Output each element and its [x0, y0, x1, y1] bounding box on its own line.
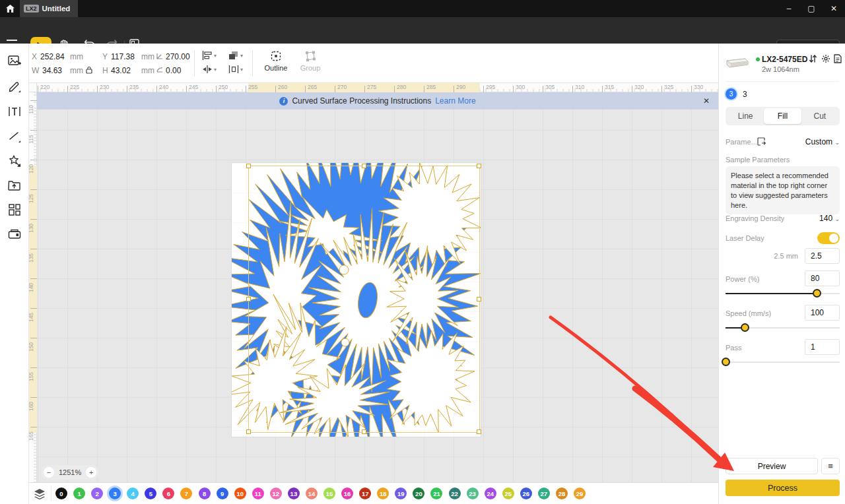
- preview-button[interactable]: Preview: [726, 458, 818, 474]
- w-value[interactable]: 34.63: [42, 66, 62, 75]
- power-input[interactable]: 80: [805, 270, 840, 286]
- layer-color-19[interactable]: 19: [395, 488, 407, 499]
- process-button[interactable]: Process: [726, 480, 840, 496]
- power-slider[interactable]: [726, 289, 840, 298]
- layer-color-10[interactable]: 10: [234, 488, 246, 499]
- arrange-dropdown[interactable]: ▾: [228, 51, 243, 60]
- canvas-viewport[interactable]: i Curved Surface Processing Instructions…: [37, 92, 718, 482]
- layer-color-7[interactable]: 7: [180, 488, 192, 499]
- layer-color-26[interactable]: 26: [520, 488, 532, 499]
- layer-color-13[interactable]: 13: [288, 488, 300, 499]
- pass-slider[interactable]: [726, 358, 840, 367]
- layer-color-29[interactable]: 29: [574, 488, 586, 499]
- close-button[interactable]: ✕: [823, 0, 845, 17]
- tab-line[interactable]: Line: [727, 108, 764, 124]
- magic-shape-button[interactable]: [6, 152, 23, 170]
- document-tab[interactable]: LX2 Untitled: [20, 0, 78, 17]
- pass-input[interactable]: 1: [805, 339, 840, 355]
- selection-handle[interactable]: [362, 164, 366, 168]
- rotation-value[interactable]: 0.00: [166, 66, 181, 75]
- draw-tool-button[interactable]: [6, 78, 23, 95]
- slider-thumb[interactable]: [813, 289, 821, 298]
- center-dropdown[interactable]: ▾: [202, 65, 217, 73]
- h-value[interactable]: 43.02: [111, 66, 131, 75]
- layer-color-11[interactable]: 11: [252, 488, 264, 499]
- selection-handle[interactable]: [362, 429, 366, 434]
- layer-color-6[interactable]: 6: [162, 488, 174, 499]
- ruler-tick-label: 250: [219, 84, 228, 90]
- import-file-button[interactable]: [6, 177, 23, 194]
- folder-upload-icon: [8, 179, 21, 191]
- selection-handle[interactable]: [246, 164, 251, 168]
- distribute-dropdown[interactable]: ▾: [228, 65, 243, 73]
- zoom-in-button[interactable]: +: [86, 467, 96, 478]
- layer-color-17[interactable]: 17: [359, 488, 371, 499]
- laser-delay-toggle[interactable]: [817, 232, 840, 244]
- device-settings-button[interactable]: [821, 54, 830, 65]
- layer-color-25[interactable]: 25: [502, 488, 514, 499]
- tab-fill[interactable]: Fill: [764, 108, 801, 124]
- gallery-button[interactable]: [6, 201, 23, 218]
- speed-slider[interactable]: [726, 323, 840, 332]
- ruler-tick-label: 225: [70, 84, 79, 90]
- layer-color-9[interactable]: 9: [217, 488, 228, 499]
- usb-files-button[interactable]: [6, 226, 23, 243]
- layer-color-12[interactable]: 12: [270, 488, 282, 499]
- switch-device-button[interactable]: [809, 54, 817, 65]
- layer-color-24[interactable]: 24: [485, 488, 496, 499]
- selection-handle[interactable]: [477, 164, 481, 168]
- layer-color-1[interactable]: 1: [73, 488, 85, 499]
- home-button[interactable]: [0, 0, 20, 17]
- device-log-button[interactable]: [834, 54, 842, 65]
- layer-color-23[interactable]: 23: [467, 488, 479, 499]
- angle-value[interactable]: 270.00: [166, 52, 190, 61]
- preview-options-button[interactable]: ≡: [821, 458, 840, 474]
- import-image-button[interactable]: [6, 53, 23, 70]
- speed-input[interactable]: 100: [805, 305, 840, 321]
- layers-button[interactable]: [33, 488, 46, 501]
- learn-more-link[interactable]: Learn More: [435, 96, 475, 106]
- layer-color-18[interactable]: 18: [377, 488, 389, 499]
- layer-color-16[interactable]: 16: [341, 488, 353, 499]
- selection-handle[interactable]: [477, 429, 481, 434]
- x-value[interactable]: 252.84: [40, 52, 65, 61]
- layer-color-15[interactable]: 15: [323, 488, 335, 499]
- engraving-density-dropdown[interactable]: 140 ⌄: [819, 214, 840, 223]
- layer-color-27[interactable]: 27: [538, 488, 550, 499]
- group-button[interactable]: Group: [292, 50, 329, 72]
- layer-color-21[interactable]: 21: [430, 488, 442, 499]
- selection-handle[interactable]: [246, 429, 251, 434]
- slider-thumb[interactable]: [741, 323, 749, 332]
- layer-color-4[interactable]: 4: [127, 488, 139, 499]
- align-dropdown[interactable]: ▾: [202, 51, 217, 60]
- layer-color-28[interactable]: 28: [556, 488, 568, 499]
- shape-tool-button[interactable]: [6, 128, 23, 145]
- notification-close-icon[interactable]: ✕: [701, 96, 712, 106]
- layer-color-5[interactable]: 5: [145, 488, 156, 499]
- outline-button[interactable]: Outline: [257, 50, 294, 72]
- preset-dropdown[interactable]: Custom ⌄: [805, 137, 840, 146]
- tab-cut[interactable]: Cut: [801, 108, 838, 124]
- selection-handle[interactable]: [246, 297, 251, 301]
- device-name[interactable]: LX2-5475ED: [762, 55, 807, 64]
- lock-ratio-icon[interactable]: [86, 66, 92, 76]
- selection-handle[interactable]: [477, 297, 481, 301]
- export-parameters-icon[interactable]: [757, 137, 766, 148]
- selection-box[interactable]: [248, 166, 480, 433]
- minimize-button[interactable]: –: [778, 0, 800, 17]
- ruler-tick-label: 325: [664, 84, 673, 90]
- layer-color-14[interactable]: 14: [306, 488, 318, 499]
- slider-thumb[interactable]: [722, 358, 730, 366]
- y-value[interactable]: 117.38: [111, 52, 135, 61]
- maximize-button[interactable]: ▢: [800, 0, 823, 17]
- layer-color-2[interactable]: 2: [91, 488, 103, 499]
- align-left-icon: [202, 51, 213, 60]
- laser-delay-input[interactable]: 2.5: [805, 248, 840, 264]
- text-tool-button[interactable]: [6, 103, 23, 120]
- layer-color-22[interactable]: 22: [449, 488, 461, 499]
- layer-color-20[interactable]: 20: [413, 488, 424, 499]
- zoom-out-button[interactable]: −: [44, 467, 54, 478]
- layer-color-3[interactable]: 3: [109, 488, 121, 499]
- layer-color-0[interactable]: 0: [55, 488, 67, 499]
- layer-color-8[interactable]: 8: [199, 488, 211, 499]
